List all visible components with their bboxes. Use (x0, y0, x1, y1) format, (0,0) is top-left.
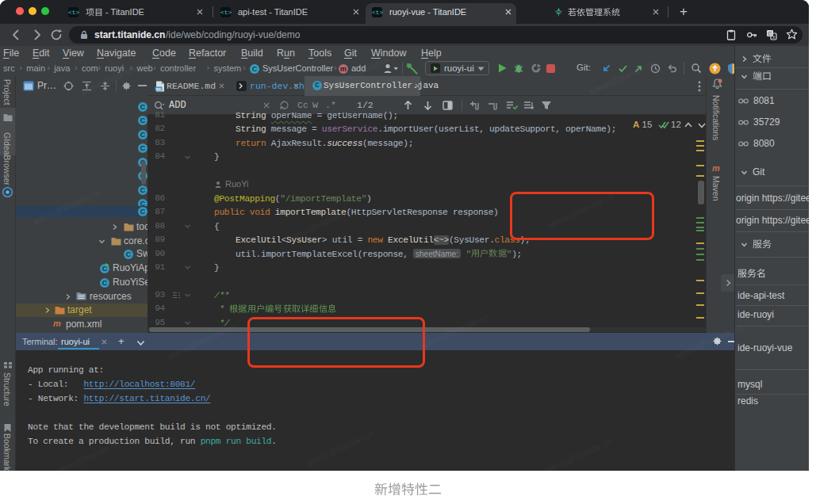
svg-text:x: x (772, 34, 776, 40)
svg-text:MD: MD (156, 87, 162, 91)
